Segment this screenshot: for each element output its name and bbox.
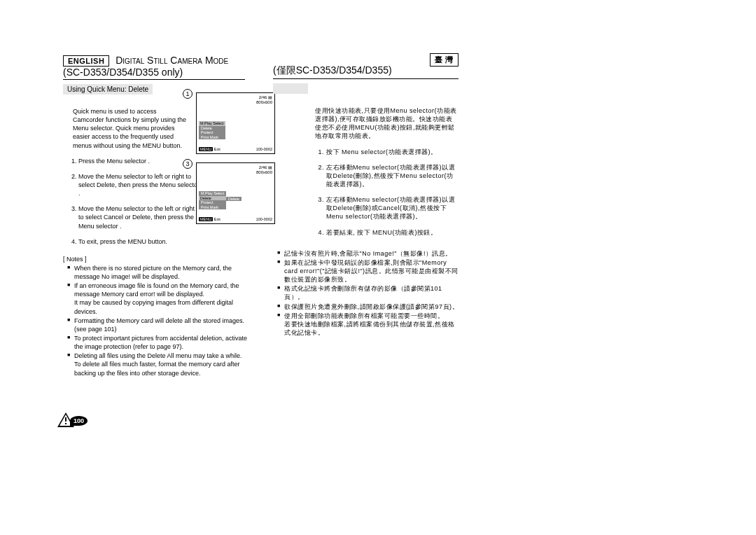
note-3: Formatting the Memory card will delete a… <box>67 317 256 333</box>
step-3: Move the Menu selector to the left or ri… <box>78 204 201 230</box>
notes-list: When there is no stored picture on the M… <box>67 264 256 377</box>
divider <box>63 79 245 80</box>
step-4: To exit, press the MENU button. <box>78 237 201 246</box>
figure-1: 1 2/46 ▤ 800x600 M.Play Select Delete Pr… <box>196 92 275 154</box>
r-note-4: 欲保護照片免遭意外刪除,請開啟影像保護(請參閱第97頁)。 <box>277 303 458 311</box>
r-step-2: 左右移動Menu selector(功能表選擇器)以選取Delete(刪除),然… <box>326 163 458 188</box>
step-2: Move the Menu selector to left or right … <box>78 172 201 197</box>
svg-rect-3 <box>65 423 66 424</box>
note-5: Deleting all files using the Delete All … <box>67 352 256 377</box>
r-step-4: 若要結束, 按下 MENU(功能表)按鈕。 <box>326 228 458 237</box>
note-1: When there is no stored picture on the M… <box>67 264 256 281</box>
section-heading: Using Quick Menu: Delete <box>63 84 153 95</box>
steps-list-right: 按下 Menu selector(功能表選擇器)。 左右移動Menu selec… <box>326 148 458 237</box>
r-step-1: 按下 Menu selector(功能表選擇器)。 <box>326 148 458 156</box>
section-heading-right <box>273 83 308 94</box>
notes-list-right: 記憶卡沒有照片時,會顯示"No Image!"（無影像!）訊息。 如果在記憶卡中… <box>277 249 458 337</box>
left-title: Digital Still Camera Mode <box>115 55 228 66</box>
right-title: (僅限SC-D353/D354/D355) <box>273 64 392 76</box>
figure-number-3: 3 <box>183 159 192 169</box>
intro-text-right: 使用快速功能表,只要使用Menu selector(功能表選擇器),便可存取攝錄… <box>315 106 458 141</box>
language-badge-english: ENGLISH <box>63 55 109 67</box>
r-note-1: 記憶卡沒有照片時,會顯示"No Image!"（無影像!）訊息。 <box>277 249 458 258</box>
notes-heading: [ Notes ] <box>63 256 245 263</box>
r-step-3: 左右移動Menu selector(功能表選擇器)以選取Delete(刪除)或C… <box>326 195 458 221</box>
divider-right <box>273 78 458 79</box>
figure-number-1: 1 <box>183 89 192 99</box>
svg-rect-2 <box>65 417 66 422</box>
left-subtitle: (SC-D353/D354/D355 only) <box>63 67 183 78</box>
page-number: 100 <box>70 416 88 426</box>
right-column: 臺 灣 (僅限SC-D353/D354/D355) 使用快速功能表,只要使用Me… <box>273 55 458 338</box>
language-badge-zh: 臺 灣 <box>430 53 458 67</box>
r-note-2: 如果在記憶卡中發現錯誤的影像檔案,則會顯示"Memory card error!… <box>277 258 458 284</box>
note-4: To protect important pictures from accid… <box>67 334 256 351</box>
steps-list: Press the Menu selector . Move the Menu … <box>78 157 201 246</box>
r-note-5: 使用全部刪除功能表刪除所有檔案可能需要一些時間。 若要快速地刪除檔案,請將檔案備… <box>277 312 458 337</box>
figure-3: 3 2/46 ▤ 800x600 M.Play Select Delete Pr… <box>196 162 275 224</box>
manual-page: ENGLISH Digital Still Camera Mode (SC-D3… <box>63 55 693 433</box>
r-note-3: 格式化記憶卡將會刪除所有儲存的影像（請參閱第101頁）。 <box>277 284 458 301</box>
lcd-figures: 1 2/46 ▤ 800x600 M.Play Select Delete Pr… <box>196 92 284 232</box>
note-2: If an erroneous image file is found on t… <box>67 282 256 316</box>
intro-text: Quick menu is used to access Camcorder f… <box>73 107 188 150</box>
